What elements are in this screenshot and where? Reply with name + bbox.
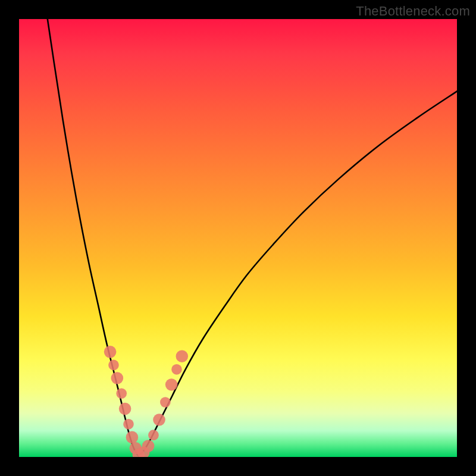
data-marker	[176, 350, 188, 362]
data-marker	[111, 372, 124, 384]
data-marker	[153, 414, 165, 426]
marker-layer	[104, 346, 188, 457]
data-marker	[126, 431, 139, 444]
curve-layer	[48, 19, 457, 456]
watermark-text: TheBottleneck.com	[356, 4, 470, 19]
data-marker	[123, 419, 134, 430]
data-marker	[171, 364, 182, 375]
data-marker	[119, 403, 131, 415]
data-marker	[104, 346, 117, 358]
chart-plot-area	[19, 19, 457, 457]
data-marker	[142, 440, 155, 452]
data-marker	[160, 397, 171, 408]
data-marker	[108, 360, 119, 371]
chart-svg	[19, 19, 457, 457]
data-marker	[165, 378, 178, 391]
chart-frame: TheBottleneck.com	[0, 0, 476, 476]
data-marker	[148, 430, 159, 440]
data-marker	[116, 388, 127, 399]
curve-right-curve	[139, 91, 457, 455]
